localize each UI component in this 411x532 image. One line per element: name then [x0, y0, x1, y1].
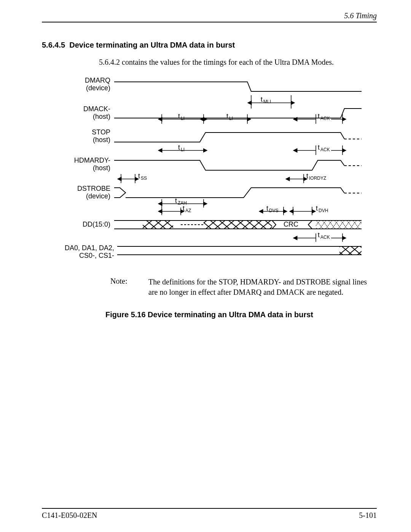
timing-tiordyz: IORDYZ [309, 176, 326, 181]
timing-tli2: LI [229, 116, 233, 121]
signal-dstrobe-sub: (device) [86, 192, 110, 200]
section-title: Device terminating an Ultra DMA data in … [69, 41, 235, 49]
signal-dmack-label: DMACK- [83, 105, 110, 113]
timing-tack2: ACK [320, 147, 330, 152]
signal-stop-sub: (host) [93, 136, 110, 144]
timing-tdvh-prefix: t [316, 204, 318, 212]
timing-tack1: ACK [320, 116, 330, 121]
svg-rect-36 [204, 220, 272, 229]
timing-tdvs-prefix: t [266, 204, 268, 212]
timing-diagram: DMARQ (device) DMACK- (host) t MLI t LI … [53, 74, 377, 266]
header-section-ref: 5.6 Timing [344, 11, 377, 20]
signal-dmack-sub: (host) [93, 113, 110, 120]
timing-tli2-prefix: t [226, 112, 228, 120]
footer-doc-id: C141-E050-02EN [42, 511, 97, 520]
signal-da-label: DA0, DA1, DA2, [65, 244, 114, 252]
timing-tdvh: DVH [319, 208, 328, 213]
timing-tzah: ZAH [178, 200, 187, 206]
timing-tss: SS [141, 176, 147, 181]
timing-tiordyz-prefix: t [306, 172, 308, 180]
timing-tack2-prefix: t [318, 144, 320, 151]
page: 5.6 Timing 5.6.4.5 Device terminating an… [0, 0, 411, 532]
intro-text: 5.6.4.2 contains the values for the timi… [99, 58, 377, 67]
timing-tli1-prefix: t [178, 112, 180, 120]
timing-tmli-prefix: t [261, 96, 263, 103]
section-number: 5.6.4.5 [42, 41, 65, 49]
timing-taz: AZ [185, 208, 191, 213]
timing-tack3-prefix: t [318, 231, 320, 239]
timing-tack3: ACK [320, 235, 330, 240]
timing-tli3-prefix: t [178, 144, 180, 151]
signal-dstrobe-label: DSTROBE [77, 185, 110, 192]
signal-hdmardy-sub: (host) [93, 164, 110, 172]
svg-rect-44 [339, 246, 362, 255]
signal-stop-label: STOP [92, 128, 110, 136]
signal-dmarq-sub: (device) [86, 84, 110, 92]
footer-page-num: 5-101 [359, 511, 377, 520]
signal-dd-label: DD(15:0) [83, 220, 110, 228]
timing-tdvs: DVS [269, 208, 279, 213]
page-header: 5.6 Timing [42, 11, 377, 22]
timing-tss-prefix: t [138, 172, 140, 180]
timing-tli3: LI [181, 147, 185, 152]
page-footer: C141-E050-02EN 5-101 [42, 508, 377, 520]
svg-rect-37 [316, 220, 362, 229]
timing-tzah-prefix: t [175, 197, 177, 204]
timing-tack1-prefix: t [318, 112, 320, 120]
timing-taz-prefix: t [183, 204, 185, 212]
note-body: The definitions for the STOP, HDMARDY- a… [148, 277, 377, 297]
timing-tmli: MLI [263, 99, 271, 104]
timing-tli1: LI [181, 116, 185, 121]
signal-da-sub: CS0-, CS1- [79, 252, 114, 259]
section-heading: 5.6.4.5 Device terminating an Ultra DMA … [42, 41, 377, 50]
signal-hdmardy-label: HDMARDY- [74, 157, 110, 164]
dd-crc-label: CRC [284, 220, 298, 228]
figure-caption: Figure 5.16 Device terminating an Ultra … [42, 310, 377, 319]
note: Note: The definitions for the STOP, HDMA… [110, 277, 377, 297]
note-label: Note: [110, 277, 148, 297]
signal-dmarq-label: DMARQ [85, 77, 110, 84]
svg-rect-34 [143, 220, 173, 229]
